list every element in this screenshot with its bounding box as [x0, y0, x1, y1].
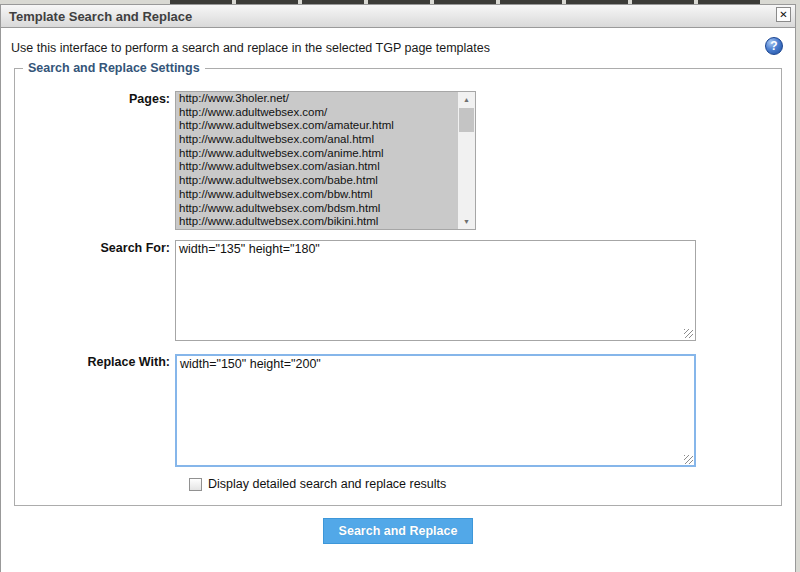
list-item[interactable]: http://www.adultwebsex.com/ — [176, 106, 458, 120]
scroll-up-icon[interactable]: ▲ — [458, 92, 475, 107]
list-item[interactable]: http://www.adultwebsex.com/asian.html — [176, 160, 458, 174]
replace-with-row: Replace With: width="150" height="200" — [15, 354, 781, 467]
pages-list-items: http://www.3holer.net/http://www.adultwe… — [176, 92, 458, 229]
help-icon[interactable]: ? — [765, 37, 783, 55]
search-for-label: Search For: — [15, 240, 175, 255]
list-item[interactable]: http://www.adultwebsex.com/amateur.html — [176, 119, 458, 133]
dialog-titlebar: Template Search and Replace ✕ — [1, 5, 795, 28]
scrollbar-thumb[interactable] — [459, 108, 474, 132]
list-item[interactable]: http://www.adultwebsex.com/bbw.html — [176, 188, 458, 202]
pages-scrollbar[interactable]: ▲ ▼ — [458, 92, 475, 229]
pages-listbox[interactable]: http://www.3holer.net/http://www.adultwe… — [175, 91, 476, 230]
search-for-row: Search For: width="135" height="180" — [15, 240, 781, 341]
list-item[interactable]: http://www.adultwebsex.com/bdsm.html — [176, 202, 458, 216]
list-item[interactable]: http://www.adultwebsex.com/anime.html — [176, 147, 458, 161]
settings-legend: Search and Replace Settings — [23, 61, 205, 75]
pages-row: Pages: http://www.3holer.net/http://www.… — [15, 91, 781, 230]
list-item[interactable]: http://www.3holer.net/ — [176, 92, 458, 106]
detailed-results-row: Display detailed search and replace resu… — [189, 477, 781, 491]
search-for-wrap: width="135" height="180" — [175, 240, 696, 341]
button-row: Search and Replace — [11, 518, 785, 544]
search-and-replace-button[interactable]: Search and Replace — [323, 518, 474, 544]
replace-with-textarea[interactable]: width="150" height="200" — [175, 354, 696, 467]
replace-with-label: Replace With: — [15, 354, 175, 369]
dialog-title: Template Search and Replace — [9, 9, 192, 24]
list-item[interactable]: http://www.adultwebsex.com/babe.html — [176, 174, 458, 188]
replace-with-wrap: width="150" height="200" — [175, 354, 696, 467]
detailed-results-label: Display detailed search and replace resu… — [208, 477, 446, 491]
settings-fieldset: Search and Replace Settings Pages: http:… — [14, 61, 782, 506]
detailed-results-checkbox[interactable] — [189, 478, 202, 491]
intro-text: Use this interface to perform a search a… — [11, 37, 490, 55]
search-for-textarea[interactable]: width="135" height="180" — [175, 240, 696, 341]
list-item[interactable]: http://www.adultwebsex.com/bikini.html — [176, 215, 458, 229]
template-search-replace-dialog: Template Search and Replace ✕ Use this i… — [0, 4, 796, 572]
dialog-body: Use this interface to perform a search a… — [1, 28, 795, 544]
intro-row: Use this interface to perform a search a… — [11, 37, 785, 55]
pages-label: Pages: — [15, 91, 175, 106]
list-item[interactable]: http://www.adultwebsex.com/anal.html — [176, 133, 458, 147]
scroll-down-icon[interactable]: ▼ — [458, 214, 475, 229]
close-icon[interactable]: ✕ — [776, 7, 791, 22]
